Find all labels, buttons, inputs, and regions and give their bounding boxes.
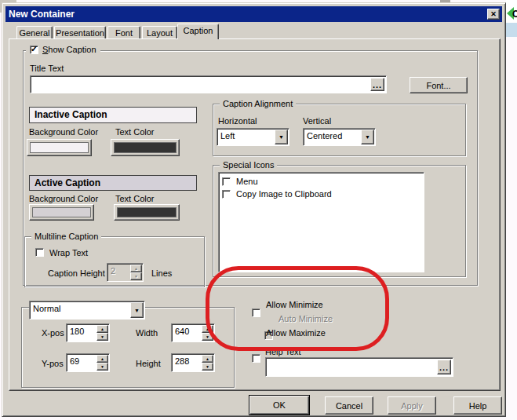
height-spinner[interactable]: 288 ▲ ▼ — [171, 353, 215, 372]
list-item[interactable]: Copy Image to Clipboard — [222, 188, 424, 200]
y-pos-value[interactable]: 69 — [67, 354, 96, 371]
y-pos-spinner[interactable]: 69 ▲ ▼ — [66, 353, 110, 372]
title-text-input[interactable]: ... — [30, 75, 387, 93]
x-pos-label: X-pos — [42, 328, 64, 338]
special-icons-group-label: Special Icons — [220, 160, 277, 170]
caption-height-value: 2 — [107, 264, 129, 281]
allow-maximize-label[interactable]: Allow Maximize — [266, 328, 326, 338]
inactive-bg-color-label: Background Color — [29, 127, 98, 137]
tab-label: Font — [115, 28, 133, 38]
help-text-input[interactable]: ... — [265, 357, 453, 377]
lines-label: Lines — [151, 268, 172, 278]
spin-up-icon[interactable]: ▲ — [96, 355, 108, 363]
inactive-text-color-label: Text Color — [115, 127, 155, 137]
active-bg-color-swatch[interactable] — [29, 204, 94, 221]
chevron-down-icon[interactable]: ▼ — [361, 130, 374, 144]
caption-height-spinner: 2 ▲ ▼ — [107, 263, 144, 282]
list-item[interactable]: Menu — [222, 175, 424, 188]
vertical-label: Vertical — [303, 116, 331, 126]
chevron-down-icon[interactable]: ▼ — [130, 302, 144, 318]
height-label: Height — [136, 359, 161, 368]
tab-font[interactable]: Font — [107, 26, 140, 39]
help-button[interactable]: Help — [453, 396, 502, 415]
swatch-color — [32, 207, 91, 217]
spin-down-icon[interactable]: ▼ — [202, 333, 213, 341]
active-caption-preview: Active Caption — [29, 175, 197, 191]
ok-button[interactable]: OK — [249, 395, 310, 415]
dialog-new-container: New Container ✕ General Presentation Fon… — [2, 2, 506, 417]
background-partial-letter: C — [512, 9, 517, 20]
font-button[interactable]: Font... — [410, 77, 468, 93]
vertical-alignment-select[interactable]: Centered ▼ — [303, 128, 376, 146]
title-text-label: Title Text — [30, 64, 64, 73]
swatch-color — [117, 207, 177, 217]
close-button[interactable]: ✕ — [487, 9, 500, 20]
x-pos-value[interactable]: 180 — [67, 324, 96, 341]
allow-maximize-checkbox[interactable] — [252, 354, 260, 363]
spin-up-icon[interactable]: ▲ — [96, 325, 108, 333]
tab-general[interactable]: General — [16, 26, 53, 39]
spin-down-icon[interactable]: ▼ — [202, 363, 213, 371]
screen: C New Container ✕ General Presentation F… — [0, 0, 517, 420]
spin-down-icon[interactable]: ▼ — [96, 363, 108, 371]
horizontal-alignment-value: Left — [217, 129, 274, 145]
list-item-label: Menu — [236, 177, 258, 186]
state-value: Normal — [30, 301, 129, 319]
allow-minimize-checkbox[interactable] — [252, 309, 260, 317]
tab-label: General — [19, 28, 49, 38]
inactive-bg-color-swatch[interactable] — [27, 139, 92, 156]
show-caption-checkbox[interactable]: ✓ — [30, 46, 38, 54]
window-title: New Container — [5, 9, 75, 20]
copy-image-checkbox[interactable] — [222, 190, 231, 199]
special-icons-listbox[interactable]: Menu Copy Image to Clipboard — [218, 172, 424, 272]
height-value[interactable]: 288 — [172, 354, 201, 371]
inactive-caption-preview: Inactive Caption — [29, 107, 197, 123]
ellipsis-icon: ... — [439, 363, 449, 372]
chevron-down-icon[interactable]: ▼ — [275, 130, 288, 144]
background-right-blue-strip — [506, 23, 517, 37]
active-bg-color-label: Background Color — [29, 194, 98, 203]
width-value[interactable]: 640 — [172, 324, 201, 341]
caption-alignment-group-label: Caption Alignment — [220, 99, 296, 109]
spin-up-icon: ▲ — [130, 265, 142, 272]
menu-checkbox[interactable] — [222, 177, 231, 186]
tab-presentation[interactable]: Presentation — [54, 26, 106, 39]
multiline-caption-group-label: Multiline Caption — [31, 232, 101, 242]
show-caption-label: Show Caption — [42, 45, 96, 54]
tab-caption[interactable]: Caption — [177, 24, 219, 39]
allow-minimize-label[interactable]: Allow Minimize — [266, 300, 323, 309]
x-pos-spinner[interactable]: 180 ▲ ▼ — [66, 323, 110, 342]
tab-label: Caption — [184, 26, 213, 35]
help-text-browse-button[interactable]: ... — [437, 360, 451, 374]
state-select[interactable]: Normal ▼ — [29, 301, 145, 320]
spin-up-icon[interactable]: ▲ — [202, 355, 213, 363]
spin-down-icon: ▼ — [130, 272, 142, 280]
title-text-browse-button[interactable]: ... — [370, 78, 384, 91]
wrap-text-checkbox[interactable] — [35, 248, 44, 257]
spin-up-icon[interactable]: ▲ — [202, 325, 213, 333]
swatch-color — [114, 142, 177, 153]
close-icon: ✕ — [490, 10, 497, 18]
spin-down-icon[interactable]: ▼ — [96, 333, 108, 341]
list-item-label: Copy Image to Clipboard — [236, 189, 332, 199]
apply-button: Apply — [388, 396, 436, 415]
width-spinner[interactable]: 640 ▲ ▼ — [171, 323, 215, 342]
tab-label: Layout — [147, 28, 173, 38]
horizontal-label: Horizontal — [218, 116, 257, 126]
show-caption-row[interactable]: ✓ Show Caption — [26, 45, 100, 54]
active-text-color-swatch[interactable] — [114, 204, 180, 221]
tab-layout[interactable]: Layout — [142, 26, 177, 39]
title-bar[interactable]: New Container ✕ — [5, 6, 502, 22]
width-label: Width — [136, 328, 158, 338]
vertical-alignment-value: Centered — [304, 129, 360, 145]
help-text-label: Help Text — [265, 347, 301, 356]
horizontal-alignment-select[interactable]: Left ▼ — [217, 128, 289, 146]
auto-minimize-label: Auto Minimize — [279, 314, 333, 323]
swatch-color — [30, 142, 89, 153]
check-icon: ✓ — [31, 44, 38, 54]
cancel-button[interactable]: Cancel — [325, 396, 373, 415]
wrap-text-label[interactable]: Wrap Text — [49, 248, 88, 257]
tab-label: Presentation — [56, 28, 104, 38]
ellipsis-icon: ... — [373, 80, 382, 89]
inactive-text-color-swatch[interactable] — [111, 139, 180, 156]
